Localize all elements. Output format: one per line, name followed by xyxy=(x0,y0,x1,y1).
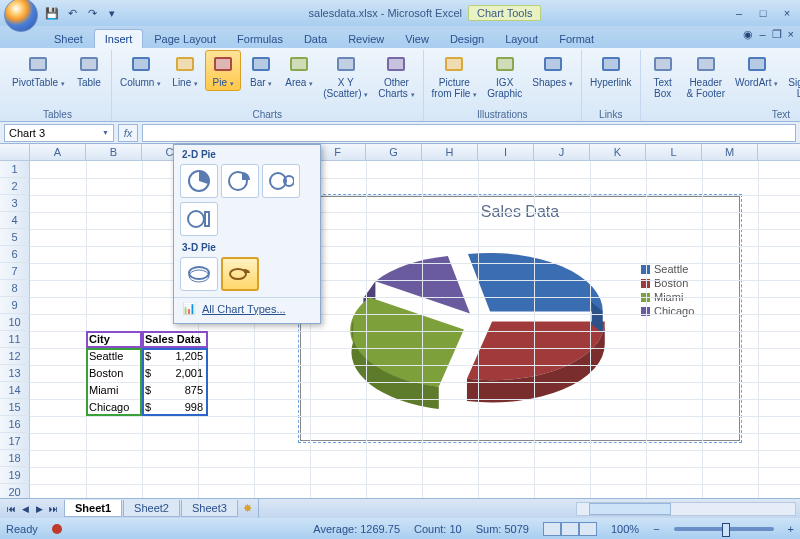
undo-icon[interactable]: ↶ xyxy=(64,5,80,21)
row-header-15[interactable]: 15 xyxy=(0,399,30,416)
line-button[interactable]: Line ▾ xyxy=(167,50,203,91)
row-header-11[interactable]: 11 xyxy=(0,331,30,348)
area-button[interactable]: Area ▾ xyxy=(281,50,317,91)
close-button[interactable]: × xyxy=(778,7,796,19)
zoom-out-button[interactable]: − xyxy=(653,523,659,535)
qat-dropdown-icon[interactable]: ▾ xyxy=(104,5,120,21)
text-box-button[interactable]: TextBox xyxy=(645,50,681,101)
igx-graphic-button[interactable]: IGXGraphic xyxy=(483,50,526,101)
pie-2d-option-3[interactable] xyxy=(262,164,300,198)
row-header-7[interactable]: 7 xyxy=(0,263,30,280)
view-pagebreak-button[interactable] xyxy=(579,522,597,536)
row-header-19[interactable]: 19 xyxy=(0,467,30,484)
column-header-H[interactable]: H xyxy=(422,144,478,160)
new-sheet-button[interactable]: ✸ xyxy=(243,502,252,515)
save-icon[interactable]: 💾 xyxy=(44,5,60,21)
name-box[interactable]: Chart 3 ▼ xyxy=(4,124,114,142)
row-header-2[interactable]: 2 xyxy=(0,178,30,195)
sheet-nav-last-icon[interactable]: ⏭ xyxy=(46,504,60,514)
fx-button[interactable]: fx xyxy=(118,124,138,142)
shapes-button[interactable]: Shapes ▾ xyxy=(528,50,577,91)
tab-insert[interactable]: Insert xyxy=(94,29,144,48)
column-header-I[interactable]: I xyxy=(478,144,534,160)
bar-button[interactable]: Bar ▾ xyxy=(243,50,279,91)
tab-format[interactable]: Format xyxy=(549,30,604,48)
table-button[interactable]: Table xyxy=(71,50,107,91)
zoom-in-button[interactable]: + xyxy=(788,523,794,535)
signature-line-button[interactable]: SignatureLine ▾ xyxy=(784,50,800,101)
pie-2d-option-2[interactable] xyxy=(221,164,259,198)
row-header-13[interactable]: 13 xyxy=(0,365,30,382)
tab-sheet[interactable]: Sheet xyxy=(44,30,93,48)
column-header-M[interactable]: M xyxy=(702,144,758,160)
all-chart-types-link[interactable]: 📊 All Chart Types... xyxy=(174,297,320,319)
mdi-restore-button[interactable]: ❐ xyxy=(772,28,782,41)
picture-from-file-button[interactable]: Picturefrom File ▾ xyxy=(428,50,482,101)
row-header-20[interactable]: 20 xyxy=(0,484,30,498)
cells-area[interactable]: Sales Data xyxy=(30,161,800,498)
maximize-button[interactable]: □ xyxy=(754,7,772,19)
row-header-17[interactable]: 17 xyxy=(0,433,30,450)
column-header-K[interactable]: K xyxy=(590,144,646,160)
tab-review[interactable]: Review xyxy=(338,30,394,48)
pie-2d-option-4[interactable] xyxy=(180,202,218,236)
zoom-slider[interactable] xyxy=(674,527,774,531)
column-header-J[interactable]: J xyxy=(534,144,590,160)
pivottable-button[interactable]: PivotTable ▾ xyxy=(8,50,69,91)
help-icon[interactable]: ◉ xyxy=(743,28,753,41)
tab-layout[interactable]: Layout xyxy=(495,30,548,48)
column-header-L[interactable]: L xyxy=(646,144,702,160)
column-header-B[interactable]: B xyxy=(86,144,142,160)
pie-2d-option-1[interactable] xyxy=(180,164,218,198)
view-layout-button[interactable] xyxy=(561,522,579,536)
pie-3d-option-2-exploded[interactable] xyxy=(221,257,259,291)
view-normal-button[interactable] xyxy=(543,522,561,536)
column-header-G[interactable]: G xyxy=(366,144,422,160)
macro-record-icon[interactable] xyxy=(52,524,62,534)
hyperlink-button[interactable]: Hyperlink xyxy=(586,50,636,91)
other-charts-button[interactable]: OtherCharts ▾ xyxy=(374,50,418,101)
svg-rect-13 xyxy=(292,59,306,69)
pie-3d-option-1[interactable] xyxy=(180,257,218,291)
mdi-minimize-button[interactable]: – xyxy=(759,28,765,41)
row-header-9[interactable]: 9 xyxy=(0,297,30,314)
row-header-1[interactable]: 1 xyxy=(0,161,30,178)
tab-formulas[interactable]: Formulas xyxy=(227,30,293,48)
tab-design[interactable]: Design xyxy=(440,30,494,48)
zoom-level[interactable]: 100% xyxy=(611,523,639,535)
row-header-8[interactable]: 8 xyxy=(0,280,30,297)
igx-graphic-label: IGXGraphic xyxy=(487,78,522,99)
row-header-3[interactable]: 3 xyxy=(0,195,30,212)
tab-view[interactable]: View xyxy=(395,30,439,48)
row-header-6[interactable]: 6 xyxy=(0,246,30,263)
sheet-nav-next-icon[interactable]: ▶ xyxy=(32,504,46,514)
row-header-18[interactable]: 18 xyxy=(0,450,30,467)
tab-page-layout[interactable]: Page Layout xyxy=(144,30,226,48)
sheet-tab-sheet1[interactable]: Sheet1 xyxy=(64,500,122,517)
row-header-4[interactable]: 4 xyxy=(0,212,30,229)
minimize-button[interactable]: – xyxy=(730,7,748,19)
sheet-tab-sheet3[interactable]: Sheet3 xyxy=(181,500,238,517)
status-count: Count: 10 xyxy=(414,523,462,535)
sheet-nav-first-icon[interactable]: ⏮ xyxy=(4,504,18,514)
horizontal-scrollbar[interactable] xyxy=(576,502,796,516)
column-header-A[interactable]: A xyxy=(30,144,86,160)
mdi-close-button[interactable]: × xyxy=(788,28,794,41)
redo-icon[interactable]: ↷ xyxy=(84,5,100,21)
pie-button[interactable]: Pie ▾ xyxy=(205,50,241,91)
row-header-12[interactable]: 12 xyxy=(0,348,30,365)
name-box-dropdown-icon[interactable]: ▼ xyxy=(102,129,109,136)
row-header-10[interactable]: 10 xyxy=(0,314,30,331)
column-button[interactable]: Column ▾ xyxy=(116,50,165,91)
row-header-5[interactable]: 5 xyxy=(0,229,30,246)
header-footer-button[interactable]: Header& Footer xyxy=(683,50,729,101)
sheet-tab-sheet2[interactable]: Sheet2 xyxy=(123,500,180,517)
formula-input[interactable] xyxy=(142,124,796,142)
row-header-14[interactable]: 14 xyxy=(0,382,30,399)
wordart-button[interactable]: WordArt ▾ xyxy=(731,50,782,91)
select-all-corner[interactable] xyxy=(0,144,30,160)
tab-data[interactable]: Data xyxy=(294,30,337,48)
x-y-scatter--button[interactable]: X Y(Scatter) ▾ xyxy=(319,50,372,101)
row-header-16[interactable]: 16 xyxy=(0,416,30,433)
sheet-nav-prev-icon[interactable]: ◀ xyxy=(18,504,32,514)
